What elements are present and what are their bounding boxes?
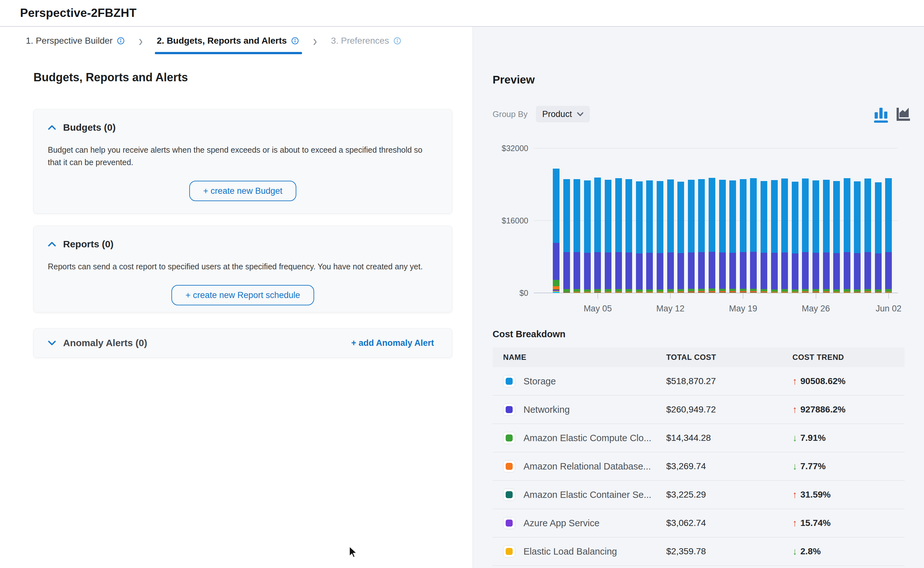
- chart-type-switcher: [872, 104, 912, 124]
- row-total-cost: $3,269.74: [666, 461, 793, 471]
- arrow-up-icon: ↑: [793, 489, 797, 500]
- tab-budgets-reports-alerts[interactable]: 2. Budgets, Reports and Alerts: [157, 27, 299, 54]
- row-name: Azure App Service: [523, 518, 600, 529]
- arrow-up-icon: ↑: [793, 518, 797, 529]
- create-report-schedule-button[interactable]: + create new Report schedule: [172, 285, 314, 305]
- arrow-up-icon: ↑: [793, 404, 797, 415]
- svg-text:$0: $0: [519, 289, 528, 298]
- svg-text:May 19: May 19: [729, 304, 757, 313]
- row-name: Amazon Elastic Container Se...: [523, 489, 651, 500]
- preview-controls: Group By Product: [493, 105, 912, 123]
- table-body: Storage$518,870.27↑90508.62%Networking$2…: [493, 367, 904, 566]
- reports-title: Reports (0): [63, 239, 113, 249]
- svg-text:Jun 02: Jun 02: [876, 304, 901, 313]
- svg-text:$16000: $16000: [502, 216, 528, 225]
- section-heading: Budgets, Reports and Alerts: [33, 71, 473, 84]
- tab-preferences[interactable]: 3. Preferences: [331, 27, 401, 54]
- tab-label: 3. Preferences: [331, 36, 389, 46]
- series-color-swatch: [503, 432, 515, 444]
- row-cost-trend: ↑31.59%: [793, 489, 904, 500]
- arrow-down-icon: ↓: [793, 432, 797, 443]
- bar-chart-icon[interactable]: [872, 104, 891, 124]
- table-row[interactable]: Networking$260,949.72↑927886.2%: [493, 396, 904, 424]
- cost-preview-chart[interactable]: $0$16000$32000May 05May 12May 19May 26Ju…: [493, 139, 919, 323]
- cost-breakdown-title: Cost Breakdown: [493, 329, 565, 340]
- arrow-down-icon: ↓: [793, 546, 797, 557]
- row-cost-trend: ↑90508.62%: [793, 376, 904, 387]
- info-icon[interactable]: [291, 37, 299, 45]
- row-total-cost: $260,949.72: [666, 405, 793, 415]
- table-header-row: NAME TOTAL COST COST TREND: [493, 347, 904, 367]
- area-chart-icon[interactable]: [894, 104, 912, 124]
- anomaly-alerts-title: Anomaly Alerts (0): [63, 338, 147, 348]
- row-total-cost: $518,870.27: [666, 376, 793, 386]
- svg-text:May 05: May 05: [584, 304, 612, 313]
- table-row[interactable]: Amazon Relational Database...$3,269.74↓7…: [493, 452, 904, 481]
- app-header: Perspective-2FBZHT: [0, 0, 924, 27]
- arrow-up-icon: ↑: [793, 376, 797, 387]
- reports-description: Reports can send a cost report to specif…: [48, 260, 438, 273]
- column-header-total-cost: TOTAL COST: [666, 353, 793, 362]
- preview-title: Preview: [493, 73, 535, 86]
- row-cost-trend: ↓7.77%: [793, 461, 904, 472]
- series-color-swatch: [503, 375, 515, 387]
- chevron-up-icon: [48, 125, 56, 130]
- row-total-cost: $3,062.74: [666, 518, 793, 528]
- budgets-reports-alerts-pane: Budgets, Reports and Alerts Budgets (0) …: [0, 54, 473, 84]
- row-total-cost: $2,359.78: [666, 546, 793, 556]
- column-header-name: NAME: [493, 353, 666, 362]
- chevron-down-icon: [577, 112, 583, 116]
- chevron-right-icon: ›: [313, 33, 317, 48]
- add-anomaly-alert-link[interactable]: + add Anomaly Alert: [351, 338, 434, 348]
- budgets-title: Budgets (0): [63, 122, 116, 133]
- series-color-swatch: [503, 545, 515, 557]
- row-total-cost: $14,344.28: [666, 433, 793, 443]
- anomaly-alerts-card-header[interactable]: Anomaly Alerts (0): [48, 338, 147, 348]
- svg-text:$32000: $32000: [502, 144, 528, 153]
- table-row[interactable]: Storage$518,870.27↑90508.62%: [493, 367, 904, 396]
- preview-panel: Preview Group By Product: [473, 27, 924, 568]
- row-cost-trend: ↓2.8%: [793, 546, 904, 557]
- series-color-swatch: [503, 489, 515, 501]
- anomaly-alerts-card: Anomaly Alerts (0) + add Anomaly Alert: [33, 328, 452, 358]
- tab-label: 1. Perspective Builder: [26, 36, 113, 46]
- row-name: Amazon Relational Database...: [523, 461, 651, 472]
- row-name: Storage: [523, 376, 556, 387]
- series-color-swatch: [503, 403, 515, 415]
- group-by-dropdown[interactable]: Product: [536, 106, 590, 122]
- arrow-down-icon: ↓: [793, 461, 797, 472]
- svg-text:May 12: May 12: [656, 304, 685, 313]
- budgets-card: Budgets (0) Budget can help you receive …: [33, 109, 452, 213]
- table-row[interactable]: Amazon Elastic Compute Clo...$14,344.28↓…: [493, 424, 904, 452]
- chevron-right-icon: ›: [139, 33, 143, 48]
- table-row[interactable]: Amazon Elastic Container Se...$3,225.29↑…: [493, 481, 904, 509]
- tab-label: 2. Budgets, Reports and Alerts: [157, 36, 287, 46]
- chevron-up-icon: [48, 242, 56, 247]
- wizard-steps: 1. Perspective Builder › 2. Budgets, Rep…: [26, 27, 401, 54]
- chevron-down-icon: [48, 340, 56, 346]
- page-title: Perspective-2FBZHT: [20, 6, 137, 20]
- row-total-cost: $3,225.29: [666, 489, 793, 500]
- svg-text:May 26: May 26: [802, 304, 830, 313]
- budgets-description: Budget can help you receive alerts when …: [48, 144, 438, 169]
- table-row[interactable]: Elastic Load Balancing$2,359.78↓2.8%: [493, 538, 904, 566]
- reports-card-header[interactable]: Reports (0): [48, 239, 438, 249]
- series-color-swatch: [503, 517, 515, 529]
- create-budget-button[interactable]: + create new Budget: [189, 181, 296, 201]
- row-cost-trend: ↓7.91%: [793, 432, 904, 443]
- reports-card: Reports (0) Reports can send a cost repo…: [33, 226, 452, 313]
- group-by-value: Product: [542, 109, 572, 119]
- mouse-cursor: [349, 546, 357, 559]
- table-row[interactable]: Azure App Service$3,062.74↑15.74%: [493, 509, 904, 538]
- info-icon[interactable]: [117, 37, 125, 45]
- row-name: Networking: [523, 405, 570, 415]
- tab-perspective-builder[interactable]: 1. Perspective Builder: [26, 27, 125, 54]
- row-cost-trend: ↑15.74%: [793, 518, 904, 529]
- info-icon[interactable]: [393, 37, 401, 45]
- column-header-cost-trend: COST TREND: [793, 353, 904, 362]
- budgets-card-header[interactable]: Budgets (0): [48, 122, 438, 133]
- row-name: Amazon Elastic Compute Clo...: [523, 433, 651, 443]
- row-name: Elastic Load Balancing: [523, 546, 617, 557]
- group-by-label: Group By: [493, 109, 528, 119]
- row-cost-trend: ↑927886.2%: [793, 404, 904, 415]
